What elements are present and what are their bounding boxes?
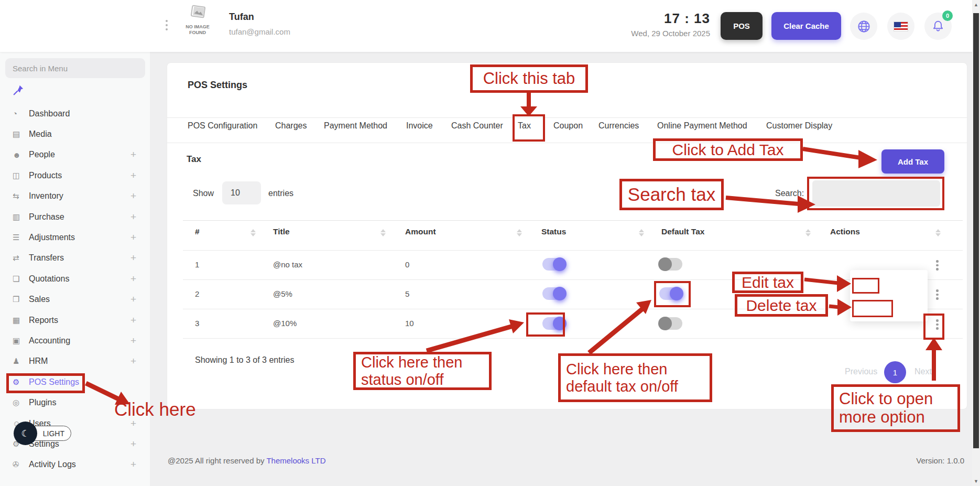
tab-payment-method[interactable]: Payment Method bbox=[324, 121, 387, 131]
expand-plus-icon[interactable]: + bbox=[130, 459, 136, 470]
sidebar-item-adjustments[interactable]: ☰Adjustments+ bbox=[0, 227, 150, 247]
header-menu-dots-icon[interactable] bbox=[166, 20, 168, 30]
col-header-default-tax[interactable]: Default Tax bbox=[661, 227, 704, 236]
clear-cache-button[interactable]: Clear Cache bbox=[771, 12, 841, 40]
sidebar-item-transfers[interactable]: ⇄Transfers+ bbox=[0, 248, 150, 268]
notifications-button[interactable]: 0 bbox=[924, 13, 952, 40]
tab-invoice[interactable]: Invoice bbox=[406, 121, 433, 131]
expand-plus-icon[interactable]: + bbox=[130, 315, 136, 326]
locale-flag-button[interactable] bbox=[887, 13, 914, 40]
pos-button[interactable]: POS bbox=[721, 12, 763, 40]
status-toggle[interactable] bbox=[542, 258, 565, 271]
language-globe-button[interactable] bbox=[850, 13, 877, 40]
annotation-frame-edit bbox=[852, 278, 879, 294]
tabs-divider bbox=[167, 143, 967, 143]
transfers-icon: ⇄ bbox=[13, 253, 29, 263]
tab-online-payment-method[interactable]: Online Payment Method bbox=[657, 121, 747, 131]
expand-plus-icon[interactable]: + bbox=[130, 335, 136, 347]
page-scrollbar[interactable]: ▲ ▼ bbox=[972, 0, 980, 486]
entries-value: 10 bbox=[231, 188, 240, 198]
scrollbar-down-arrow[interactable]: ▼ bbox=[972, 479, 980, 484]
row-num: 2 bbox=[195, 289, 199, 298]
sidebar-item-products[interactable]: ◫Products+ bbox=[0, 165, 150, 186]
bell-icon bbox=[931, 19, 945, 33]
sidebar-item-label: Products bbox=[29, 171, 62, 180]
annotation-frame-search-input bbox=[807, 177, 944, 210]
sort-icon[interactable] bbox=[380, 229, 386, 236]
expand-plus-icon[interactable]: + bbox=[130, 355, 136, 367]
expand-plus-icon[interactable]: + bbox=[130, 190, 136, 202]
expand-plus-icon[interactable]: + bbox=[130, 294, 136, 305]
sidebar-item-inventory[interactable]: ⇆Inventory+ bbox=[0, 186, 150, 207]
status-toggle[interactable] bbox=[542, 287, 565, 300]
sort-icon[interactable] bbox=[805, 229, 811, 236]
annotation-frame-row-dots bbox=[923, 314, 944, 340]
sidebar-item-sales[interactable]: ❒Sales+ bbox=[0, 289, 150, 310]
dark-mode-moon-icon[interactable]: ☾ bbox=[14, 422, 37, 445]
tab-cash-counter[interactable]: Cash Counter bbox=[451, 121, 503, 131]
expand-plus-icon[interactable]: + bbox=[130, 438, 136, 450]
row-actions-menu-icon[interactable] bbox=[934, 287, 941, 302]
sidebar-item-quotations[interactable]: ❏Quotations+ bbox=[0, 268, 150, 289]
col-header-amount[interactable]: Amount bbox=[405, 227, 436, 236]
col-header-actions[interactable]: Actions bbox=[830, 227, 860, 236]
tab-coupon[interactable]: Coupon bbox=[553, 121, 583, 131]
table-bottom-border bbox=[183, 338, 963, 339]
sidebar-item-hrm[interactable]: ♟HRM+ bbox=[0, 351, 150, 372]
dashboard-icon: ◔ bbox=[13, 109, 29, 118]
tab-charges[interactable]: Charges bbox=[275, 121, 307, 131]
sidebar-item-people[interactable]: ☻People+ bbox=[0, 145, 150, 165]
annotation-text: Click here then bbox=[361, 354, 462, 371]
sidebar-item-media[interactable]: ▤Media bbox=[0, 124, 150, 144]
entries-label: entries bbox=[268, 189, 293, 198]
inventory-icon: ⇆ bbox=[13, 191, 29, 201]
default-tax-toggle[interactable] bbox=[659, 258, 682, 271]
col-header-title[interactable]: Title bbox=[273, 227, 290, 236]
purchase-icon: ▥ bbox=[13, 212, 29, 222]
annotation-click-to-add-tax: Click to Add Tax bbox=[653, 138, 803, 161]
col-header-status[interactable]: Status bbox=[541, 227, 566, 236]
sidebar-item-label: Plugins bbox=[29, 398, 56, 407]
scrollbar-up-arrow[interactable]: ▲ bbox=[972, 2, 980, 7]
row-actions-menu-icon[interactable] bbox=[934, 258, 941, 273]
expand-plus-icon[interactable]: + bbox=[130, 149, 136, 160]
sort-icon[interactable] bbox=[639, 229, 644, 236]
default-tax-toggle[interactable] bbox=[659, 317, 682, 330]
sidebar-item-reports[interactable]: ▦Reports+ bbox=[0, 310, 150, 330]
row-title: @10% bbox=[273, 319, 297, 328]
expand-plus-icon[interactable]: + bbox=[130, 252, 136, 264]
expand-plus-icon[interactable]: + bbox=[130, 170, 136, 181]
toggle-knob bbox=[553, 257, 567, 271]
pagination-page-1[interactable]: 1 bbox=[884, 361, 906, 383]
expand-plus-icon[interactable]: + bbox=[130, 211, 136, 223]
scrollbar-thumb[interactable] bbox=[973, 13, 979, 448]
tab-pos-configuration[interactable]: POS Configuration bbox=[188, 121, 257, 131]
expand-plus-icon[interactable]: + bbox=[130, 232, 136, 243]
sort-icon[interactable] bbox=[251, 229, 256, 236]
expand-plus-icon[interactable]: + bbox=[130, 273, 136, 285]
sidebar-item-purchase[interactable]: ▥Purchase+ bbox=[0, 207, 150, 227]
col-header-num[interactable]: # bbox=[195, 227, 200, 236]
sort-icon[interactable] bbox=[935, 229, 941, 236]
sort-icon[interactable] bbox=[517, 229, 522, 236]
theme-toggle-label: LIGHT bbox=[43, 429, 64, 438]
entries-select[interactable]: 10 bbox=[222, 181, 261, 204]
annotation-text: Edit tax bbox=[742, 274, 794, 291]
annotation-text: Click here then bbox=[566, 361, 667, 377]
avatar[interactable]: NO IMAGEFOUND bbox=[181, 4, 214, 36]
row-title: @5% bbox=[273, 289, 292, 298]
add-tax-button[interactable]: Add Tax bbox=[881, 149, 944, 174]
sidebar-item-accounting[interactable]: ▣Accounting+ bbox=[0, 330, 150, 351]
pin-icon[interactable] bbox=[13, 84, 24, 98]
tab-customer-display[interactable]: Customer Display bbox=[766, 121, 832, 131]
themelooks-link[interactable]: Themelooks LTD bbox=[266, 456, 325, 465]
user-name: Tufan bbox=[229, 12, 254, 23]
pagination-previous[interactable]: Previous bbox=[845, 367, 877, 376]
sidebar-item-activity-logs[interactable]: ✇Activity Logs+ bbox=[0, 455, 150, 475]
tab-currencies[interactable]: Currencies bbox=[598, 121, 639, 131]
sidebar-item-dashboard[interactable]: ◔Dashboard bbox=[0, 103, 150, 124]
pagination-next[interactable]: Next bbox=[914, 367, 932, 376]
row-num: 1 bbox=[195, 260, 199, 269]
annotation-frame-default-toggle bbox=[654, 281, 691, 307]
sidebar-search-input[interactable] bbox=[5, 58, 145, 78]
